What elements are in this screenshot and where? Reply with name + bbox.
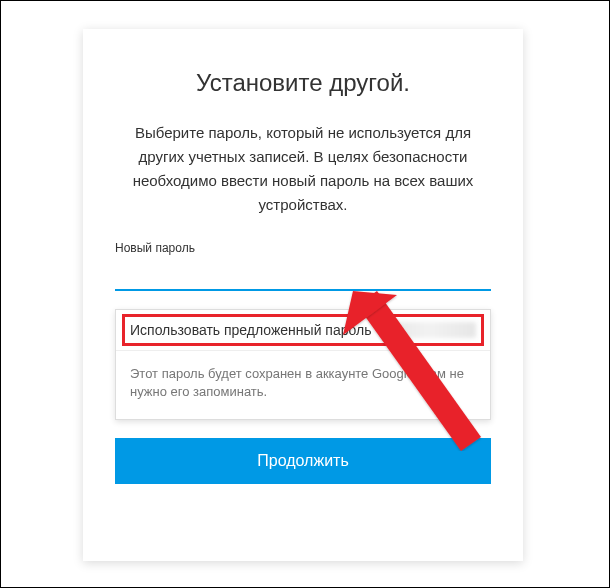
password-suggestion-popup: Использовать предложенный пароль Этот па… bbox=[115, 309, 491, 420]
password-setup-card: Установите другой. Выберите пароль, кото… bbox=[83, 29, 523, 561]
use-suggested-password-row[interactable]: Использовать предложенный пароль bbox=[116, 310, 490, 351]
password-field-wrapper: Новый пароль bbox=[115, 241, 491, 291]
suggested-password-masked bbox=[383, 322, 476, 338]
suggested-password-label: Использовать предложенный пароль bbox=[130, 322, 371, 338]
new-password-input[interactable] bbox=[115, 259, 491, 291]
suggestion-note: Этот пароль будет сохранен в аккаунте Go… bbox=[116, 351, 490, 419]
page-description: Выберите пароль, который не используется… bbox=[115, 121, 491, 217]
page-title: Установите другой. bbox=[115, 69, 491, 97]
password-field-label: Новый пароль bbox=[115, 241, 491, 255]
continue-button[interactable]: Продолжить bbox=[115, 438, 491, 484]
